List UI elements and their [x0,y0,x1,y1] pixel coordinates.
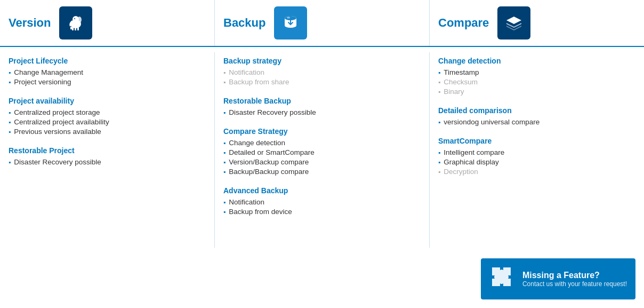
version-section: Project availabilityCentralized project … [9,97,206,136]
compare-section: Detailed comparisonversiondog universal … [438,106,635,126]
bottom-left-spacer [0,253,424,308]
missing-feature-banner[interactable]: Missing a Feature? Contact us with your … [481,258,635,299]
section-title: SmartCompare [438,137,635,145]
compare-col: Change detectionTimestampChecksumBinaryD… [429,52,644,248]
svg-marker-15 [506,26,521,30]
bullet-list: Change detectionDetailed or SmartCompare… [223,139,421,176]
section-title: Compare Strategy [223,127,421,136]
section-title: Project Lifecycle [9,57,206,65]
bullet-list: Centralized project storageCentralized p… [9,108,206,136]
backup-section: Compare StrategyChange detectionDetailed… [223,127,421,176]
bullet-list: TimestampChecksumBinary [438,68,635,96]
list-item: Disaster Recovery possible [223,108,421,116]
section-title: Restorable Project [9,146,206,155]
bullet-list: Intelligent compareGraphical displayDecr… [438,148,635,176]
svg-point-12 [287,17,290,19]
list-item: Intelligent compare [438,148,635,156]
puzzle-icon [489,265,516,293]
bullet-list: NotificationBackup from device [223,198,421,216]
missing-feature-subtitle: Contact us with your feature request! [522,280,627,288]
section-title: Change detection [438,57,635,65]
page-wrapper: Version [0,0,644,308]
bullet-list: versiondog universal compare [438,118,635,126]
version-col: Project LifecycleChange ManagementProjec… [0,52,214,248]
content-row: Project LifecycleChange ManagementProjec… [0,47,644,253]
svg-point-2 [77,17,82,23]
version-section: Restorable ProjectDisaster Recovery poss… [9,146,206,166]
list-item: Notification [223,68,421,76]
list-item: Backup/Backup compare [223,168,421,176]
list-item: Timestamp [438,68,635,76]
section-title: Restorable Backup [223,97,421,105]
list-item: Centralized project storage [9,108,206,116]
backup-header-col: Backup [214,0,429,46]
compare-icon-svg [503,12,525,34]
list-item: Version/Backup compare [223,158,421,166]
svg-rect-4 [72,27,74,30]
backup-title: Backup [223,16,265,30]
version-header-col: Version [0,0,214,46]
bottom-section: Missing a Feature? Contact us with your … [0,253,644,308]
list-item: Change detection [223,139,421,147]
bottom-right-area: Missing a Feature? Contact us with your … [424,253,644,308]
missing-banner-text: Missing a Feature? Contact us with your … [522,271,627,288]
backup-icon [274,6,307,40]
list-item: Backup from device [223,208,421,216]
puzzle-svg [489,265,516,289]
list-item: Binary [438,88,635,96]
bullet-list: NotificationBackup from share [223,68,421,86]
compare-title: Compare [438,16,489,30]
list-item: Project versioning [9,78,206,86]
list-item: versiondog universal compare [438,118,635,126]
list-item: Notification [223,198,421,206]
section-title: Detailed comparison [438,106,635,115]
compare-header-col: Compare [429,0,644,46]
list-item: Checksum [438,78,635,86]
svg-marker-13 [506,17,521,24]
list-item: Graphical display [438,158,635,166]
svg-point-3 [74,18,75,19]
section-title: Advanced Backup [223,186,421,195]
list-item: Decryption [438,168,635,176]
svg-rect-5 [75,28,76,30]
backup-section: Restorable BackupDisaster Recovery possi… [223,97,421,116]
compare-section: SmartCompareIntelligent compareGraphical… [438,137,635,176]
compare-icon [497,6,530,40]
list-item: Disaster Recovery possible [9,158,206,166]
backup-col: Backup strategyNotificationBackup from s… [214,52,429,248]
list-item: Detailed or SmartCompare [223,148,421,156]
bullet-list: Disaster Recovery possible [223,108,421,116]
compare-section: Change detectionTimestampChecksumBinary [438,57,635,96]
bullet-list: Disaster Recovery possible [9,158,206,166]
backup-section: Advanced BackupNotificationBackup from d… [223,186,421,216]
version-icon-svg [65,12,86,34]
version-title: Version [9,16,51,30]
missing-feature-title: Missing a Feature? [522,271,627,280]
list-item: Centralized project availability [9,118,206,126]
svg-rect-7 [70,27,72,29]
list-item: Change Management [9,68,206,76]
backup-section: Backup strategyNotificationBackup from s… [223,57,421,86]
section-title: Project availability [9,97,206,105]
backup-icon-svg [280,12,301,34]
section-title: Backup strategy [223,57,421,65]
header-row: Version [0,0,644,47]
list-item: Previous versions available [9,128,206,136]
list-item: Backup from share [223,78,421,86]
svg-rect-6 [77,27,79,30]
version-icon [59,6,92,40]
version-section: Project LifecycleChange ManagementProjec… [9,57,206,86]
bullet-list: Change ManagementProject versioning [9,68,206,86]
